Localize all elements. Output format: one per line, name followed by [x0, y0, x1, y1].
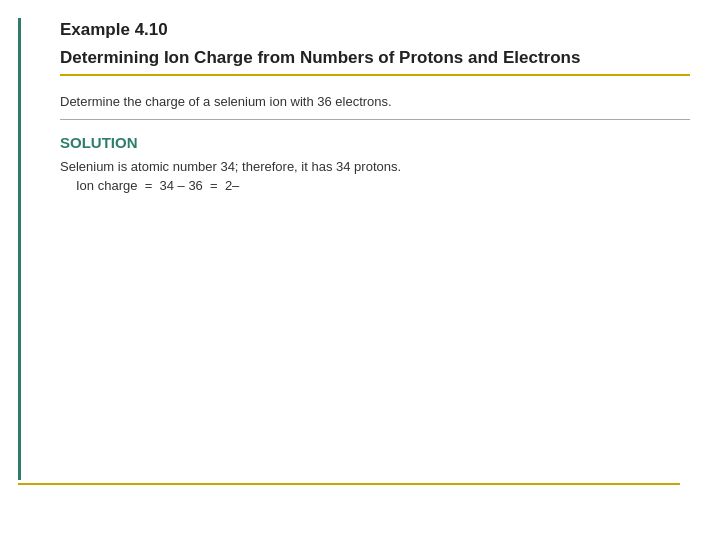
ion-charge-line: Ion charge = 34 – 36 = 2– [76, 178, 690, 193]
solution-line1: Selenium is atomic number 34; therefore,… [60, 159, 690, 174]
title-line: Example 4.10 Determining Ion Charge from… [60, 20, 690, 68]
bottom-divider [18, 483, 680, 485]
title-text: Determining Ion Charge from Numbers of P… [60, 48, 580, 68]
content-area: Example 4.10 Determining Ion Charge from… [50, 20, 690, 193]
page-container: Example 4.10 Determining Ion Charge from… [0, 0, 720, 540]
section-divider [60, 119, 690, 120]
example-label: Example 4.10 [60, 20, 168, 40]
problem-statement: Determine the charge of a selenium ion w… [60, 94, 690, 109]
solution-label: SOLUTION [60, 134, 690, 151]
title-section: Example 4.10 Determining Ion Charge from… [60, 20, 690, 76]
left-border-accent [18, 18, 21, 480]
top-divider [60, 74, 690, 76]
